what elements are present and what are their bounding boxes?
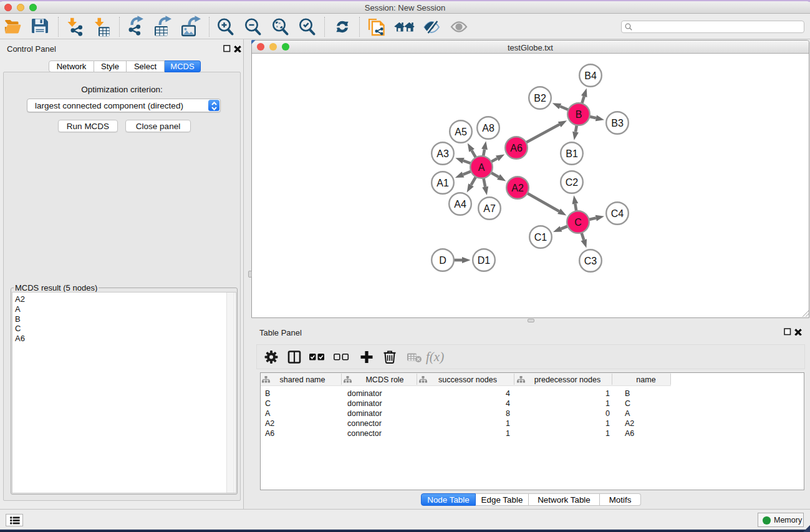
svg-text:C2: C2 (566, 177, 579, 188)
svg-text:C: C (574, 217, 582, 228)
svg-text:B4: B4 (584, 70, 597, 81)
svg-text:B1: B1 (566, 148, 578, 159)
svg-text:C1: C1 (534, 232, 547, 243)
svg-text:B: B (576, 109, 582, 120)
svg-text:C4: C4 (611, 208, 624, 219)
svg-text:B3: B3 (611, 118, 624, 128)
svg-text:A4: A4 (454, 199, 466, 210)
svg-text:A: A (478, 162, 485, 173)
svg-text:A1: A1 (436, 178, 449, 188)
svg-text:B2: B2 (534, 93, 546, 104)
svg-text:A5: A5 (455, 127, 467, 137)
svg-text:A6: A6 (510, 143, 523, 153)
svg-text:D1: D1 (478, 255, 491, 266)
svg-text:A3: A3 (436, 148, 449, 159)
svg-text:D: D (439, 255, 446, 266)
svg-text:C3: C3 (584, 256, 597, 266)
svg-text:f(x): f(x) (426, 349, 444, 364)
svg-text:A8: A8 (482, 123, 494, 133)
svg-text:A2: A2 (511, 183, 524, 193)
svg-text:A7: A7 (483, 203, 496, 214)
